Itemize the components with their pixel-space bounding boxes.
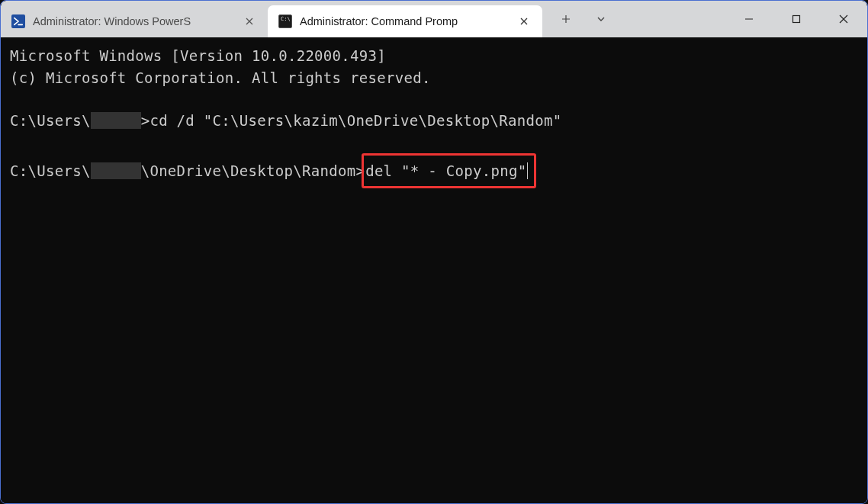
new-tab-button[interactable] [548, 2, 583, 36]
prompt-prefix: C:\Users\ [10, 112, 91, 129]
titlebar: Administrator: Windows PowerS Administra… [1, 1, 867, 37]
prompt-prefix: C:\Users\ [10, 162, 91, 179]
powershell-icon [11, 14, 25, 28]
terminal-prompt-line: C:\Users\>cd /d "C:\Users\kazim\OneDrive… [10, 110, 858, 132]
prompt-suffix: > [141, 112, 150, 129]
terminal-output[interactable]: Microsoft Windows [Version 10.0.22000.49… [1, 37, 867, 503]
window-controls [725, 1, 867, 37]
cmd-icon [278, 14, 292, 28]
highlighted-command: del "* - Copy.png" [362, 153, 536, 189]
tab-close-button[interactable] [242, 14, 257, 29]
command-text: del "* - Copy.png" [365, 162, 526, 179]
blank-line [10, 88, 858, 110]
maximize-button[interactable] [773, 1, 820, 37]
tab-dropdown-button[interactable] [583, 2, 619, 36]
titlebar-actions [542, 1, 619, 37]
blank-line [10, 132, 858, 153]
terminal-line: Microsoft Windows [Version 10.0.22000.49… [10, 45, 858, 67]
text-cursor [527, 162, 528, 179]
tab-powershell[interactable]: Administrator: Windows PowerS [1, 5, 268, 37]
terminal-window: Administrator: Windows PowerS Administra… [0, 0, 868, 504]
command-text: cd /d "C:\Users\kazim\OneDrive\Desktop\R… [149, 112, 561, 129]
minimize-button[interactable] [725, 1, 773, 37]
tab-title: Administrator: Windows PowerS [33, 15, 234, 27]
terminal-line: (c) Microsoft Corporation. All rights re… [10, 67, 858, 89]
prompt-path: \OneDrive\Desktop\Random> [141, 162, 365, 179]
tab-cmd[interactable]: Administrator: Command Promp [268, 5, 542, 37]
tab-close-button[interactable] [516, 14, 532, 29]
redacted-username [91, 162, 141, 179]
tab-title: Administrator: Command Promp [300, 15, 509, 27]
redacted-username [91, 112, 141, 129]
close-window-button[interactable] [820, 1, 867, 37]
svg-rect-0 [793, 16, 800, 23]
terminal-prompt-line: C:\Users\\OneDrive\Desktop\Random>del "*… [10, 153, 858, 189]
